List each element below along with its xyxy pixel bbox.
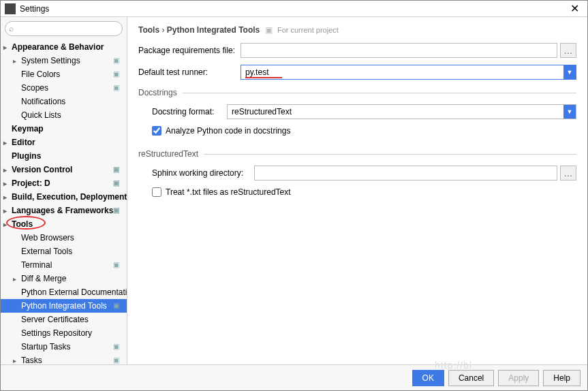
sphinx-label: Sphinx working directory: — [152, 168, 254, 178]
expand-icon[interactable]: ▸ — [3, 207, 7, 215]
apply-button[interactable]: Apply — [498, 370, 539, 386]
project-icon: ▣ — [265, 25, 273, 35]
window-title: Settings — [20, 4, 566, 14]
project-badge-icon: ▣ — [113, 57, 121, 65]
sphinx-browse-button[interactable]: … — [560, 166, 576, 181]
tree-item-label: Python External Documentatic — [21, 287, 127, 297]
expand-icon[interactable]: ▸ — [3, 139, 7, 146]
tree-item-label: Version Control — [12, 165, 72, 174]
breadcrumb-root: Tools — [138, 25, 159, 35]
project-badge-icon: ▣ — [113, 261, 121, 269]
tree-item-label: System Settings — [21, 56, 80, 65]
tree-item-appearance-behavior[interactable]: ▸Appearance & Behavior — [1, 40, 127, 54]
tree-item-label: File Colors — [21, 69, 60, 79]
tree-item-languages-frameworks[interactable]: ▸Languages & Frameworks▣ — [1, 204, 127, 217]
tree-item-terminal[interactable]: Terminal▣ — [1, 258, 127, 272]
tree-item-file-colors[interactable]: File Colors▣ — [1, 67, 127, 81]
docstring-format-label: Docstring format: — [152, 107, 227, 116]
tree-item-label: Build, Execution, Deployment — [12, 192, 127, 202]
annotation-underline — [245, 77, 282, 78]
settings-tree: ▸Appearance & Behavior▸System Settings▣F… — [1, 40, 127, 364]
tree-item-label: Python Integrated Tools — [21, 301, 107, 311]
expand-icon[interactable]: ▸ — [3, 193, 7, 201]
tree-item-web-browsers[interactable]: Web Browsers — [1, 231, 127, 245]
tree-item-label: Terminal — [21, 260, 52, 270]
tree-item-label: Plugins — [12, 151, 41, 161]
help-button[interactable]: Help — [543, 370, 581, 386]
tree-item-tools[interactable]: ▸Tools — [1, 217, 127, 231]
ok-button[interactable]: OK — [412, 370, 444, 386]
tree-item-label: Tools — [12, 219, 33, 229]
project-badge-icon: ▣ — [113, 70, 121, 78]
docstrings-legend: Docstrings — [138, 88, 183, 97]
tree-item-label: Appearance & Behavior — [12, 42, 104, 52]
expand-icon[interactable]: ▸ — [3, 221, 7, 228]
project-badge-icon: ▣ — [113, 179, 121, 187]
test-runner-value: py.test — [245, 67, 268, 77]
tree-item-label: Notifications — [21, 97, 65, 106]
content-pane: Tools › Python Integrated Tools ▣ For cu… — [127, 17, 587, 364]
dropdown-icon[interactable]: ▼ — [563, 105, 576, 119]
cancel-button[interactable]: Cancel — [448, 370, 494, 386]
tree-item-label: Project: D — [12, 178, 50, 188]
tree-item-python-integrated-tools[interactable]: Python Integrated Tools▣ — [1, 299, 127, 313]
tree-item-label: Settings Repository — [21, 328, 92, 338]
treat-txt-label: Treat *.txt files as reStructuredText — [166, 187, 291, 197]
tree-item-quick-lists[interactable]: Quick Lists — [1, 108, 127, 122]
rst-legend: reStructuredText — [138, 149, 204, 159]
breadcrumb-project: For current project — [277, 26, 339, 34]
project-badge-icon: ▣ — [113, 206, 121, 215]
project-badge-icon: ▣ — [113, 84, 121, 92]
close-icon[interactable]: ✕ — [566, 2, 583, 15]
tree-item-keymap[interactable]: Keymap — [1, 122, 127, 136]
expand-icon[interactable]: ▸ — [3, 180, 7, 187]
tree-item-label: External Tools — [21, 247, 72, 256]
docstring-format-select[interactable]: reStructuredText ▼ — [227, 104, 576, 119]
sphinx-input[interactable] — [254, 166, 557, 181]
project-badge-icon: ▣ — [113, 166, 121, 174]
test-runner-label: Default test runner: — [138, 67, 241, 77]
dialog-footer: OK Cancel Apply Help — [1, 364, 587, 390]
tree-item-label: Server Certificates — [21, 315, 89, 324]
analyze-checkbox[interactable] — [152, 126, 161, 136]
docstring-format-value: reStructuredText — [232, 107, 292, 116]
expand-icon[interactable]: ▸ — [3, 44, 7, 51]
tree-item-version-control[interactable]: ▸Version Control▣ — [1, 163, 127, 176]
tree-item-notifications[interactable]: Notifications — [1, 95, 127, 108]
tree-item-scopes[interactable]: Scopes▣ — [1, 81, 127, 95]
tree-item-label: Editor — [12, 138, 35, 147]
tree-item-label: Keymap — [12, 124, 44, 134]
expand-icon[interactable]: ▸ — [13, 275, 16, 283]
test-runner-select[interactable]: py.test ▼ — [241, 65, 576, 80]
package-req-input[interactable] — [241, 43, 557, 58]
search-input[interactable] — [5, 21, 123, 36]
tree-item-label: Quick Lists — [21, 110, 61, 120]
tree-item-editor[interactable]: ▸Editor — [1, 136, 127, 149]
expand-icon[interactable]: ▸ — [13, 357, 16, 364]
analyze-label: Analyze Python code in docstrings — [166, 126, 290, 136]
tree-item-settings-repository[interactable]: Settings Repository — [1, 326, 127, 340]
tree-item-external-tools[interactable]: External Tools — [1, 245, 127, 258]
tree-item-diff-merge[interactable]: ▸Diff & Merge — [1, 272, 127, 285]
tree-item-plugins[interactable]: Plugins — [1, 149, 127, 163]
tree-item-tasks[interactable]: ▸Tasks▣ — [1, 354, 127, 364]
tree-item-label: Startup Tasks — [21, 342, 70, 351]
treat-txt-checkbox[interactable] — [152, 187, 161, 197]
tree-item-system-settings[interactable]: ▸System Settings▣ — [1, 54, 127, 67]
tree-item-build-execution-deployment[interactable]: ▸Build, Execution, Deployment — [1, 190, 127, 204]
tree-item-server-certificates[interactable]: Server Certificates — [1, 313, 127, 326]
tree-item-startup-tasks[interactable]: Startup Tasks▣ — [1, 340, 127, 354]
expand-icon[interactable]: ▸ — [13, 57, 16, 65]
package-req-browse-button[interactable]: … — [560, 43, 576, 58]
project-badge-icon: ▣ — [113, 356, 121, 364]
expand-icon[interactable]: ▸ — [3, 166, 7, 174]
tree-item-label: Web Browsers — [21, 233, 74, 243]
tree-item-label: Languages & Frameworks — [12, 206, 113, 215]
sidebar: ⌕ ▸Appearance & Behavior▸System Settings… — [1, 17, 127, 364]
tree-item-label: Scopes — [21, 83, 48, 93]
project-badge-icon: ▣ — [113, 302, 121, 310]
package-req-label: Package requirements file: — [138, 46, 241, 55]
dropdown-icon[interactable]: ▼ — [563, 65, 576, 79]
tree-item-python-external-documentatic[interactable]: Python External Documentatic — [1, 285, 127, 299]
tree-item-project-d[interactable]: ▸Project: D▣ — [1, 176, 127, 190]
